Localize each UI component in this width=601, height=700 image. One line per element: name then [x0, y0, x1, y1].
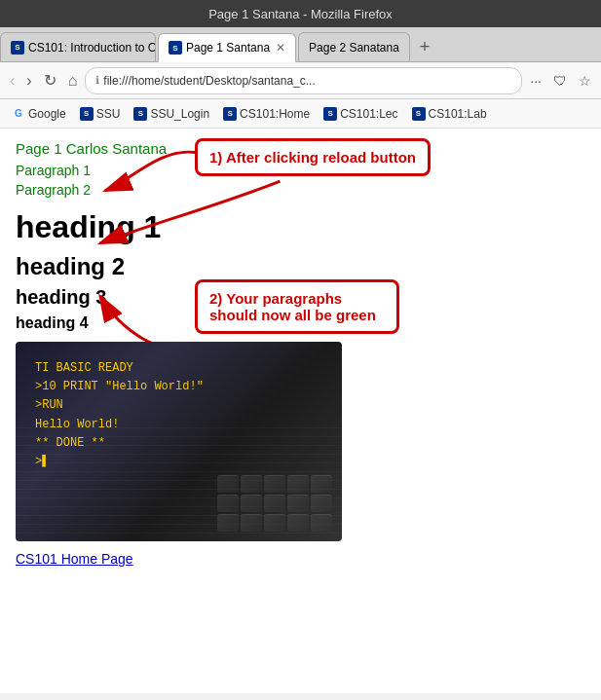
paragraph-2: Paragraph 2 [16, 182, 585, 198]
tab-label-page1: Page 1 Santana [186, 41, 270, 55]
bookmark-ssu-login[interactable]: S SSU_Login [128, 105, 215, 123]
tab-close-page1[interactable]: ✕ [276, 41, 285, 55]
bookmarks-bar: G Google S SSU S SSU_Login S CS101:Home … [0, 99, 601, 129]
page-title: Page 1 Carlos Santana [16, 140, 585, 157]
bookmark-label-cs101-home: CS101:Home [240, 107, 310, 121]
keyboard-keys-visual [217, 475, 332, 532]
tab-icon-page1: S [169, 41, 182, 55]
title-bar: Page 1 Santana - Mozilla Firefox [0, 0, 601, 27]
tab-icon-cs101: S [11, 41, 24, 55]
address-info-icon: ℹ [95, 74, 99, 87]
tab-bar: S CS101: Introduction to C ✕ S Page 1 Sa… [0, 27, 601, 62]
bookmark-cs101-home[interactable]: S CS101:Home [217, 105, 316, 123]
tab-label-page2: Page 2 Sanatana [309, 41, 399, 55]
bookmark-google[interactable]: G Google [6, 105, 72, 123]
bookmark-icon-cs101-lab: S [412, 107, 426, 121]
reload-button[interactable]: ↻ [40, 69, 60, 92]
address-text: file:///home/student/Desktop/santana_c..… [103, 74, 511, 88]
tab-label-cs101: CS101: Introduction to C [28, 41, 156, 55]
cs101-home-link[interactable]: CS101 Home Page [16, 551, 585, 567]
tab-cs101[interactable]: S CS101: Introduction to C ✕ [0, 32, 156, 61]
terminal-line-3: >RUN [35, 396, 322, 415]
terminal-line-5: ** DONE ** [35, 434, 322, 453]
bookmark-ssu[interactable]: S SSU [74, 105, 127, 123]
new-tab-button[interactable]: + [412, 32, 438, 61]
terminal-line-1: TI BASIC READY [35, 359, 322, 378]
bookmark-label-cs101-lec: CS101:Lec [340, 107, 397, 121]
bookmark-label-cs101-lab: CS101:Lab [429, 107, 487, 121]
bookmark-icon-ssu: S [80, 107, 94, 121]
bookmark-icon-google: G [12, 107, 25, 121]
heading-1: heading 1 [16, 209, 585, 245]
bookmark-icon-cs101-home: S [223, 107, 237, 121]
terminal-line-4: Hello World! [35, 416, 322, 434]
more-button[interactable]: ··· [526, 71, 545, 91]
shield-button[interactable]: 🛡 [549, 71, 571, 91]
tab-page1[interactable]: S Page 1 Santana ✕ [158, 33, 296, 62]
title-bar-text: Page 1 Santana - Mozilla Firefox [208, 7, 393, 21]
heading-4: heading 4 [16, 314, 585, 332]
terminal-display: TI BASIC READY >10 PRINT "Hello World!" … [35, 359, 322, 471]
bookmark-icon-ssu-login: S [133, 107, 147, 121]
bookmark-label-ssu: SSU [96, 107, 121, 121]
bookmark-label-ssu-login: SSU_Login [150, 107, 209, 121]
forward-button[interactable]: › [22, 70, 35, 92]
back-button[interactable]: ‹ [6, 70, 19, 92]
page-content: 1) After clicking reload button 2) Your … [0, 129, 601, 693]
paragraph-1: Paragraph 1 [16, 163, 585, 178]
nav-bar: ‹ › ↻ ⌂ ℹ file:///home/student/Desktop/s… [0, 62, 601, 99]
bookmark-cs101-lab[interactable]: S CS101:Lab [406, 105, 493, 123]
heading-2: heading 2 [16, 253, 585, 280]
bookmark-icon-cs101-lec: S [323, 107, 337, 121]
nav-extra-buttons: ··· 🛡 ☆ [526, 71, 595, 91]
tab-page2[interactable]: Page 2 Sanatana [298, 32, 410, 61]
star-button[interactable]: ☆ [575, 71, 595, 91]
bookmark-cs101-lec[interactable]: S CS101:Lec [318, 105, 403, 123]
terminal-line-6: >▌ [35, 453, 322, 471]
bookmark-label-google: Google [28, 107, 66, 121]
address-bar[interactable]: ℹ file:///home/student/Desktop/santana_c… [85, 67, 522, 94]
keyboard-image: TI BASIC READY >10 PRINT "Hello World!" … [16, 342, 342, 541]
heading-3: heading 3 [16, 286, 585, 309]
terminal-line-2: >10 PRINT "Hello World!" [35, 378, 322, 396]
home-button[interactable]: ⌂ [64, 70, 82, 92]
